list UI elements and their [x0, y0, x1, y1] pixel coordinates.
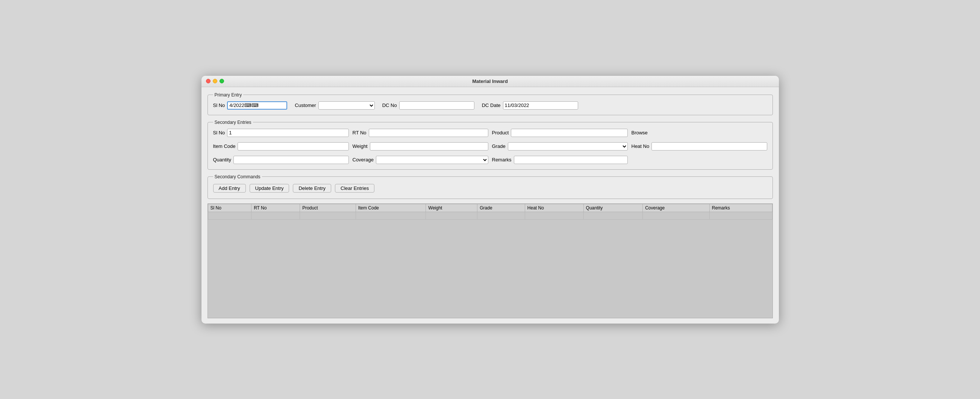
- primary-entry-legend: Primary Entry: [213, 92, 243, 98]
- secondary-entries-legend: Secondary Entries: [213, 120, 253, 125]
- secondary-entries-grid: Sl No RT No Product Browse Item Code: [213, 129, 767, 164]
- table-header: Sl No RT No Product Item Code Weight Gra…: [208, 204, 772, 212]
- weight-field: Weight: [353, 142, 488, 150]
- primary-entry-row: Sl No Customer DC No DC Date: [213, 101, 767, 109]
- grade-label: Grade: [492, 143, 506, 149]
- rt-no-field: RT No: [353, 129, 488, 137]
- sl-no-label: Sl No: [213, 103, 225, 108]
- traffic-lights: [206, 79, 224, 83]
- rt-no-input[interactable]: [369, 129, 488, 137]
- customer-select[interactable]: [318, 101, 375, 109]
- product-label: Product: [492, 130, 509, 136]
- dc-no-label: DC No: [382, 103, 397, 108]
- col-product: Product: [300, 204, 356, 212]
- coverage-field: Coverage: [353, 156, 488, 164]
- update-entry-button[interactable]: Update Entry: [250, 184, 290, 193]
- heat-no-field: Heat No: [632, 142, 767, 150]
- dc-date-input[interactable]: [503, 101, 578, 109]
- commands-row: Add Entry Update Entry Delete Entry Clea…: [213, 183, 767, 193]
- rt-no-label: RT No: [353, 130, 366, 136]
- close-button[interactable]: [206, 79, 210, 83]
- quantity-input[interactable]: [234, 156, 349, 164]
- minimize-button[interactable]: [213, 79, 217, 83]
- col-item-code: Item Code: [356, 204, 426, 212]
- add-entry-button[interactable]: Add Entry: [213, 184, 246, 193]
- window-title: Material Inward: [472, 78, 508, 84]
- heat-no-input[interactable]: [651, 142, 767, 150]
- remarks-label: Remarks: [492, 157, 512, 163]
- coverage-label: Coverage: [353, 157, 374, 163]
- col-quantity: Quantity: [584, 204, 643, 212]
- col-rt-no: RT No: [251, 204, 300, 212]
- product-field: Product: [492, 129, 628, 137]
- col-remarks: Remarks: [710, 204, 772, 212]
- main-window: Material Inward Primary Entry Sl No Cust…: [202, 76, 779, 323]
- delete-entry-button[interactable]: Delete Entry: [293, 184, 331, 193]
- customer-field-group: Customer: [295, 101, 374, 109]
- remarks-input[interactable]: [514, 156, 628, 164]
- sl-no-field-group: Sl No: [213, 101, 288, 109]
- col-coverage: Coverage: [643, 204, 710, 212]
- table-header-row: Sl No RT No Product Item Code Weight Gra…: [208, 204, 772, 212]
- customer-label: Customer: [295, 103, 316, 108]
- heat-no-label: Heat No: [632, 143, 649, 149]
- table-body: [208, 212, 772, 219]
- window-content: Primary Entry Sl No Customer DC No: [202, 87, 779, 323]
- col-sl-no: Sl No: [208, 204, 251, 212]
- sec-sl-no-field: Sl No: [213, 129, 349, 137]
- secondary-commands-group: Secondary Commands Add Entry Update Entr…: [207, 174, 773, 199]
- quantity-field: Quantity: [213, 156, 349, 164]
- weight-input[interactable]: [370, 142, 488, 150]
- secondary-entries-group: Secondary Entries Sl No RT No Product Br…: [207, 120, 773, 169]
- title-bar: Material Inward: [202, 76, 779, 87]
- item-code-input[interactable]: [237, 142, 348, 150]
- dc-no-field-group: DC No: [382, 101, 474, 109]
- item-code-label: Item Code: [213, 143, 236, 149]
- quantity-label: Quantity: [213, 157, 231, 163]
- clear-entries-button[interactable]: Clear Entries: [335, 184, 374, 193]
- col-grade: Grade: [477, 204, 525, 212]
- coverage-select[interactable]: [376, 156, 488, 164]
- primary-entry-group: Primary Entry Sl No Customer DC No: [207, 92, 773, 115]
- remarks-field: Remarks: [492, 156, 628, 164]
- browse-field: Browse: [632, 129, 767, 137]
- dc-date-label: DC Date: [482, 103, 501, 108]
- secondary-commands-legend: Secondary Commands: [213, 174, 262, 179]
- grade-field: Grade: [492, 142, 628, 150]
- data-table-container[interactable]: Sl No RT No Product Item Code Weight Gra…: [207, 203, 773, 318]
- data-table: Sl No RT No Product Item Code Weight Gra…: [208, 204, 773, 220]
- sec-sl-no-label: Sl No: [213, 130, 225, 136]
- dc-no-input[interactable]: [399, 101, 474, 109]
- grade-select[interactable]: [508, 142, 628, 150]
- table-row: [208, 212, 772, 219]
- col-heat-no: Heat No: [525, 204, 584, 212]
- dc-date-field-group: DC Date: [482, 101, 578, 109]
- sec-sl-no-input[interactable]: [227, 129, 348, 137]
- browse-button[interactable]: Browse: [632, 130, 648, 136]
- weight-label: Weight: [353, 143, 368, 149]
- maximize-button[interactable]: [220, 79, 224, 83]
- item-code-field: Item Code: [213, 142, 349, 150]
- col-weight: Weight: [426, 204, 477, 212]
- sl-no-input[interactable]: [227, 101, 287, 109]
- placeholder-cell: [632, 156, 767, 164]
- product-input[interactable]: [511, 129, 627, 137]
